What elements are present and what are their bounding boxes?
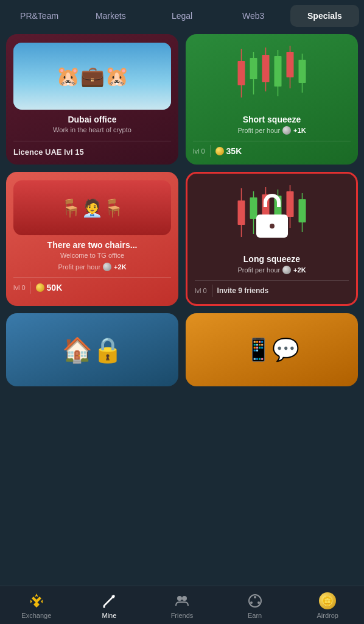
lock-icon (248, 191, 296, 240)
divider-3 (212, 285, 212, 297)
top-navigation: PR&Team Markets Legal Web3 Specials (0, 0, 364, 27)
card-grid: Dubai office Work in the heart of crypto… (0, 27, 364, 313)
bottom-navigation: Exchange Mine Friends Earn 🪙 (0, 586, 364, 624)
card-dubai-office[interactable]: Dubai office Work in the heart of crypto… (6, 34, 178, 165)
svg-point-35 (257, 601, 260, 604)
dubai-office-footer: Licence UAE lvl 15 (13, 141, 171, 157)
short-profit-value: +1K (293, 127, 306, 134)
short-cost-value: 35K (226, 146, 242, 156)
tab-specials[interactable]: Specials (290, 5, 359, 27)
tab-markets[interactable]: Markets (76, 5, 145, 27)
exchange-icon (28, 592, 45, 609)
earn-label: Earn (248, 612, 262, 619)
partial-right-content: 📱💬 (186, 313, 358, 386)
svg-rect-3 (250, 58, 257, 79)
profit-label-2: Profit per hour (58, 263, 100, 271)
dubai-office-title: Dubai office (13, 115, 171, 124)
gold-coin-icon-2 (36, 283, 44, 292)
divider-2 (30, 282, 31, 294)
long-invite: Invite 9 friends (217, 286, 269, 295)
nav-item-mine[interactable]: Mine (73, 586, 146, 624)
svg-point-32 (182, 596, 187, 601)
tab-legal[interactable]: Legal (147, 5, 216, 27)
partial-left-content: 🏠🔒 (6, 313, 178, 386)
short-squeeze-footer: lvl 0 35K (193, 141, 351, 157)
svg-rect-7 (275, 56, 282, 87)
svg-rect-9 (287, 52, 294, 77)
long-level: lvl 0 (195, 287, 207, 294)
mine-icon (100, 592, 117, 609)
candlestick-chart-short (193, 43, 351, 110)
tab-web3[interactable]: Web3 (219, 5, 288, 27)
chairs-illustration (13, 180, 171, 235)
short-cost: 35K (215, 146, 242, 156)
svg-rect-11 (299, 60, 306, 83)
profit-label: Profit per hour (237, 127, 280, 134)
friends-label: Friends (171, 612, 194, 619)
svg-rect-1 (238, 61, 245, 85)
short-level: lvl 0 (193, 147, 205, 155)
two-chairs-title: There are two chairs... (13, 240, 171, 250)
long-profit-value: +2K (293, 266, 306, 274)
long-squeeze-title: Long squeeze (195, 254, 349, 264)
dubai-office-subtitle: Work in the heart of crypto (13, 126, 171, 133)
airdrop-label: Airdrop (317, 612, 338, 619)
silver-coin-icon (282, 126, 291, 135)
dubai-office-image (13, 43, 171, 110)
lock-shackle (264, 194, 281, 207)
dubai-illustration (13, 43, 171, 110)
profit-label-3: Profit per hour (237, 266, 280, 274)
lock-dot (270, 224, 275, 229)
long-squeeze-chart (195, 182, 349, 249)
svg-marker-28 (33, 601, 40, 608)
nav-item-exchange[interactable]: Exchange (0, 586, 73, 624)
two-chairs-profit: Profit per hour +2K (13, 263, 171, 271)
exchange-label: Exchange (21, 612, 51, 619)
svg-marker-24 (35, 594, 38, 597)
partial-card-row: 🏠🔒 📱💬 (0, 313, 364, 394)
silver-coin-icon-2 (103, 263, 111, 271)
two-chairs-footer: lvl 0 50K (13, 277, 171, 294)
chairs-level: lvl 0 (13, 284, 26, 291)
svg-point-31 (177, 596, 182, 601)
svg-marker-27 (41, 600, 43, 605)
divider (210, 145, 211, 157)
nav-item-airdrop[interactable]: 🪙 Airdrop (291, 586, 364, 624)
silver-coin-icon-3 (282, 266, 291, 274)
svg-point-34 (254, 596, 256, 598)
card-short-squeeze[interactable]: Short squeeze Profit per hour +1K lvl 0 … (186, 34, 358, 165)
svg-rect-23 (299, 199, 306, 222)
chairs-cost: 50K (36, 283, 63, 292)
tab-pr-team[interactable]: PR&Team (5, 5, 74, 27)
nav-item-earn[interactable]: Earn (219, 586, 292, 624)
svg-line-30 (107, 601, 109, 603)
airdrop-icon: 🪙 (319, 592, 336, 609)
partial-right-icon: 📱💬 (245, 337, 299, 363)
friends-icon (173, 592, 191, 609)
mine-label: Mine (102, 612, 116, 619)
card-partial-left[interactable]: 🏠🔒 (6, 313, 178, 386)
partial-left-icon: 🏠🔒 (62, 336, 123, 364)
chairs-cost-value: 50K (47, 283, 63, 292)
card-two-chairs[interactable]: There are two chairs... Welcome to TG of… (6, 172, 178, 306)
card-long-squeeze[interactable]: Long squeeze Profit per hour +2K lvl 0 I… (186, 172, 358, 306)
nav-item-friends[interactable]: Friends (145, 586, 219, 624)
two-chairs-subtitle: Welcome to TG office (13, 252, 171, 259)
two-chairs-image (13, 180, 171, 235)
short-squeeze-title: Short squeeze (193, 115, 351, 124)
earn-icon (247, 592, 264, 609)
lock-body (256, 214, 288, 238)
svg-rect-5 (262, 55, 270, 82)
svg-marker-26 (30, 600, 32, 605)
gold-coin-icon (215, 147, 224, 155)
card-partial-right[interactable]: 📱💬 (186, 313, 358, 386)
dubai-license: Licence UAE lvl 15 (13, 147, 84, 157)
svg-point-36 (250, 601, 253, 604)
chairs-profit-value: +2K (114, 263, 127, 271)
short-squeeze-profit: Profit per hour +1K (193, 126, 351, 135)
long-squeeze-footer: lvl 0 Invite 9 friends (195, 280, 349, 297)
svg-rect-13 (238, 200, 245, 225)
long-squeeze-profit: Profit per hour +2K (195, 266, 349, 274)
short-squeeze-chart (193, 43, 351, 110)
